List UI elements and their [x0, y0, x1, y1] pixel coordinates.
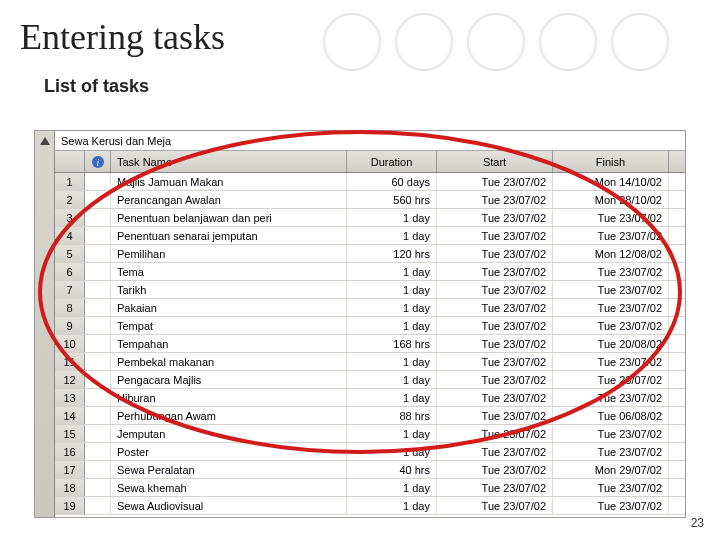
cell-task-name[interactable]: Sewa Peralatan: [111, 461, 347, 478]
cell-duration[interactable]: 120 hrs: [347, 245, 437, 262]
cell-finish[interactable]: Tue 23/07/02: [553, 227, 669, 244]
cell-duration[interactable]: 1 day: [347, 425, 437, 442]
cell-task-name[interactable]: Perhubungan Awam: [111, 407, 347, 424]
cell-task-name[interactable]: Pemilihan: [111, 245, 347, 262]
entry-bar[interactable]: Sewa Kerusi dan Meja: [55, 131, 685, 151]
cell-finish[interactable]: Mon 28/10/02: [553, 191, 669, 208]
cell-task-name[interactable]: Tempat: [111, 317, 347, 334]
cell-start[interactable]: Tue 23/07/02: [437, 209, 553, 226]
row-id[interactable]: 8: [55, 299, 85, 316]
table-row[interactable]: 6Tema1 dayTue 23/07/02Tue 23/07/02: [55, 263, 685, 281]
header-duration[interactable]: Duration: [347, 151, 437, 172]
cell-duration[interactable]: 1 day: [347, 299, 437, 316]
cell-task-name[interactable]: Penentuan belanjawan dan peri: [111, 209, 347, 226]
row-id[interactable]: 1: [55, 173, 85, 190]
cell-duration[interactable]: 1 day: [347, 389, 437, 406]
row-id[interactable]: 16: [55, 443, 85, 460]
cell-task-name[interactable]: Jemputan: [111, 425, 347, 442]
table-row[interactable]: 14Perhubungan Awam88 hrsTue 23/07/02Tue …: [55, 407, 685, 425]
table-row[interactable]: 19Sewa Audiovisual1 dayTue 23/07/02Tue 2…: [55, 497, 685, 515]
cell-task-name[interactable]: Sewa khemah: [111, 479, 347, 496]
cell-duration[interactable]: 1 day: [347, 443, 437, 460]
cell-task-name[interactable]: Poster: [111, 443, 347, 460]
cell-task-name[interactable]: Pakaian: [111, 299, 347, 316]
table-row[interactable]: 17Sewa Peralatan40 hrsTue 23/07/02Mon 29…: [55, 461, 685, 479]
cell-finish[interactable]: Mon 29/07/02: [553, 461, 669, 478]
table-row[interactable]: 11Pembekal makanan1 dayTue 23/07/02Tue 2…: [55, 353, 685, 371]
cell-task-name[interactable]: Perancangan Awalan: [111, 191, 347, 208]
cell-start[interactable]: Tue 23/07/02: [437, 353, 553, 370]
row-id[interactable]: 2: [55, 191, 85, 208]
cell-task-name[interactable]: Penentuan senarai jemputan: [111, 227, 347, 244]
cell-finish[interactable]: Tue 23/07/02: [553, 497, 669, 514]
table-row[interactable]: 1Majlis Jamuan Makan60 daysTue 23/07/02M…: [55, 173, 685, 191]
cell-task-name[interactable]: Hiburan: [111, 389, 347, 406]
table-row[interactable]: 12Pengacara Majlis1 dayTue 23/07/02Tue 2…: [55, 371, 685, 389]
cell-duration[interactable]: 560 hrs: [347, 191, 437, 208]
row-id[interactable]: 6: [55, 263, 85, 280]
header-indicator-icon[interactable]: i: [85, 151, 111, 172]
cell-start[interactable]: Tue 23/07/02: [437, 191, 553, 208]
row-id[interactable]: 17: [55, 461, 85, 478]
cell-task-name[interactable]: Pembekal makanan: [111, 353, 347, 370]
cell-finish[interactable]: Tue 23/07/02: [553, 209, 669, 226]
row-id[interactable]: 15: [55, 425, 85, 442]
cell-start[interactable]: Tue 23/07/02: [437, 425, 553, 442]
cell-duration[interactable]: 60 days: [347, 173, 437, 190]
header-task-name[interactable]: Task Name: [111, 151, 347, 172]
cell-start[interactable]: Tue 23/07/02: [437, 371, 553, 388]
table-row[interactable]: 2Perancangan Awalan560 hrsTue 23/07/02Mo…: [55, 191, 685, 209]
row-id[interactable]: 14: [55, 407, 85, 424]
cell-duration[interactable]: 168 hrs: [347, 335, 437, 352]
cell-start[interactable]: Tue 23/07/02: [437, 227, 553, 244]
cell-finish[interactable]: Tue 23/07/02: [553, 425, 669, 442]
cell-duration[interactable]: 1 day: [347, 353, 437, 370]
cell-finish[interactable]: Mon 14/10/02: [553, 173, 669, 190]
cell-start[interactable]: Tue 23/07/02: [437, 443, 553, 460]
row-id[interactable]: 4: [55, 227, 85, 244]
cell-task-name[interactable]: Tempahan: [111, 335, 347, 352]
table-row[interactable]: 4Penentuan senarai jemputan1 dayTue 23/0…: [55, 227, 685, 245]
cell-finish[interactable]: Tue 06/08/02: [553, 407, 669, 424]
cell-finish[interactable]: Tue 20/08/02: [553, 335, 669, 352]
cell-task-name[interactable]: Pengacara Majlis: [111, 371, 347, 388]
row-id[interactable]: 7: [55, 281, 85, 298]
table-row[interactable]: 13Hiburan1 dayTue 23/07/02Tue 23/07/02: [55, 389, 685, 407]
cell-start[interactable]: Tue 23/07/02: [437, 281, 553, 298]
cell-start[interactable]: Tue 23/07/02: [437, 479, 553, 496]
row-id[interactable]: 18: [55, 479, 85, 496]
cell-start[interactable]: Tue 23/07/02: [437, 173, 553, 190]
cell-finish[interactable]: Tue 23/07/02: [553, 479, 669, 496]
cell-duration[interactable]: 1 day: [347, 263, 437, 280]
cell-finish[interactable]: Tue 23/07/02: [553, 443, 669, 460]
row-id[interactable]: 11: [55, 353, 85, 370]
cell-duration[interactable]: 1 day: [347, 371, 437, 388]
table-row[interactable]: 15Jemputan1 dayTue 23/07/02Tue 23/07/02: [55, 425, 685, 443]
row-id[interactable]: 19: [55, 497, 85, 514]
cell-start[interactable]: Tue 23/07/02: [437, 497, 553, 514]
cell-finish[interactable]: Tue 23/07/02: [553, 353, 669, 370]
cell-task-name[interactable]: Sewa Audiovisual: [111, 497, 347, 514]
row-id[interactable]: 12: [55, 371, 85, 388]
table-row[interactable]: 9Tempat1 dayTue 23/07/02Tue 23/07/02: [55, 317, 685, 335]
cell-finish[interactable]: Tue 23/07/02: [553, 263, 669, 280]
cell-start[interactable]: Tue 23/07/02: [437, 407, 553, 424]
cell-start[interactable]: Tue 23/07/02: [437, 317, 553, 334]
cell-duration[interactable]: 1 day: [347, 209, 437, 226]
cell-task-name[interactable]: Tarikh: [111, 281, 347, 298]
cell-start[interactable]: Tue 23/07/02: [437, 389, 553, 406]
table-row[interactable]: 3Penentuan belanjawan dan peri1 dayTue 2…: [55, 209, 685, 227]
cell-task-name[interactable]: Majlis Jamuan Makan: [111, 173, 347, 190]
table-row[interactable]: 16Poster1 dayTue 23/07/02Tue 23/07/02: [55, 443, 685, 461]
table-row[interactable]: 5Pemilihan120 hrsTue 23/07/02Mon 12/08/0…: [55, 245, 685, 263]
cell-finish[interactable]: Tue 23/07/02: [553, 299, 669, 316]
cell-finish[interactable]: Tue 23/07/02: [553, 281, 669, 298]
cell-duration[interactable]: 88 hrs: [347, 407, 437, 424]
row-id[interactable]: 5: [55, 245, 85, 262]
header-id[interactable]: [55, 151, 85, 172]
row-id[interactable]: 13: [55, 389, 85, 406]
cell-start[interactable]: Tue 23/07/02: [437, 245, 553, 262]
table-row[interactable]: 10Tempahan168 hrsTue 23/07/02Tue 20/08/0…: [55, 335, 685, 353]
select-all-triangle-icon[interactable]: [40, 137, 50, 145]
table-row[interactable]: 18Sewa khemah1 dayTue 23/07/02Tue 23/07/…: [55, 479, 685, 497]
